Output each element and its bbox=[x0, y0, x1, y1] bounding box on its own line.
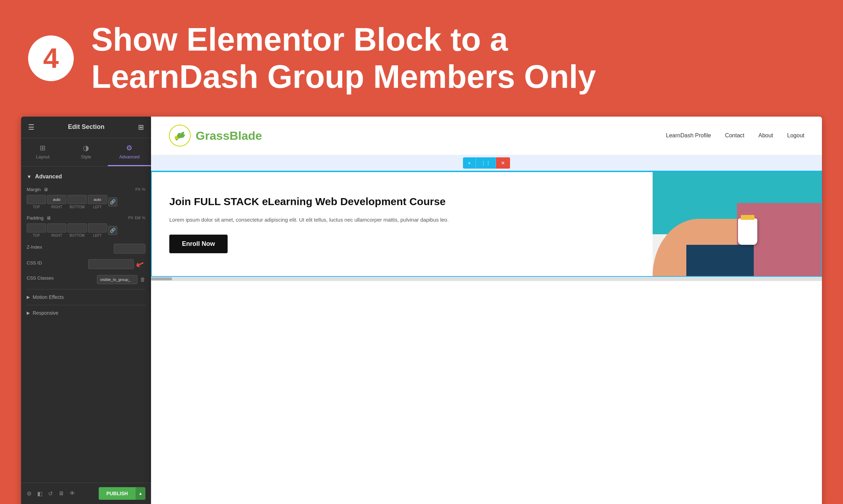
css-classes-input-wrap: 🗑 bbox=[97, 275, 145, 284]
close-btn[interactable]: ✕ bbox=[496, 157, 510, 169]
sidebar-body: ▼ Advanced Margin 🖥 PX % bbox=[21, 166, 151, 328]
red-arrow-icon: ↙ bbox=[134, 257, 146, 271]
enroll-now-button[interactable]: Enroll Now bbox=[169, 235, 228, 253]
dots-btn[interactable]: ⋮⋮ bbox=[476, 157, 496, 169]
padding-right-wrap: RIGHT bbox=[47, 223, 66, 237]
margin-left-input[interactable] bbox=[88, 195, 107, 204]
padding-units: PX EM % bbox=[128, 216, 145, 220]
hamburger-icon[interactable]: ☰ bbox=[28, 123, 34, 131]
cssid-input[interactable] bbox=[88, 259, 134, 269]
padding-field-label: Padding 🖥 PX EM % bbox=[27, 215, 145, 221]
tab-style-label: Style bbox=[81, 154, 91, 159]
publish-area: PUBLISH ▲ bbox=[99, 487, 145, 500]
trash-icon[interactable]: 🗑 bbox=[140, 276, 145, 282]
margin-unit-percent[interactable]: % bbox=[142, 187, 145, 191]
padding-top-label: TOP bbox=[27, 234, 46, 237]
site-nav: GrassBlade LearnDash Profile Contact Abo… bbox=[151, 117, 822, 155]
padding-right-input[interactable] bbox=[47, 223, 66, 233]
margin-left-wrap: LEFT bbox=[88, 195, 107, 209]
elementor-sidebar: ☰ Edit Section ⊞ ⊞ Layout ◑ Style ⚙ Adva… bbox=[21, 117, 151, 504]
margin-units: PX % bbox=[136, 187, 145, 191]
tab-layout[interactable]: ⊞ Layout bbox=[21, 138, 64, 166]
publish-button[interactable]: PUBLISH bbox=[99, 487, 136, 500]
padding-bottom-input[interactable] bbox=[67, 223, 87, 233]
view-footer-icon[interactable]: 👁 bbox=[70, 490, 75, 497]
layers-footer-icon[interactable]: ◧ bbox=[37, 490, 43, 497]
motion-effects-section[interactable]: ▶ Motion Effects bbox=[27, 289, 145, 305]
padding-unit-px[interactable]: PX bbox=[128, 216, 133, 220]
tab-advanced[interactable]: ⚙ Advanced bbox=[108, 138, 151, 166]
website-preview: GrassBlade LearnDash Profile Contact Abo… bbox=[151, 117, 822, 504]
css-classes-input[interactable] bbox=[97, 275, 137, 284]
content-title: Join FULL STACK eLearning Web Developmen… bbox=[169, 195, 635, 208]
grid-icon[interactable]: ⊞ bbox=[138, 123, 144, 131]
scrollbar-thumb bbox=[151, 277, 172, 280]
header-title: Show Elementor Block to a LearnDash Grou… bbox=[91, 21, 596, 96]
layout-tab-icon: ⊞ bbox=[40, 144, 46, 152]
content-body: Lorem ipsum dolor sit amet, consectetur … bbox=[169, 215, 635, 224]
nav-learndash[interactable]: LearnDash Profile bbox=[666, 132, 711, 139]
padding-inputs: TOP RIGHT BOTTOM LEFT 🔗 bbox=[27, 223, 145, 237]
padding-left-wrap: LEFT bbox=[88, 223, 107, 237]
header-section: 4 Show Elementor Block to a LearnDash Gr… bbox=[0, 0, 843, 110]
sidebar-panel-title: Edit Section bbox=[34, 123, 138, 131]
main-content: ☰ Edit Section ⊞ ⊞ Layout ◑ Style ⚙ Adva… bbox=[0, 110, 843, 504]
advanced-section-title: Advanced bbox=[35, 174, 62, 180]
nav-logout[interactable]: Logout bbox=[787, 132, 804, 139]
toolbar-buttons: + ⋮⋮ ✕ bbox=[463, 157, 510, 169]
padding-field-row: Padding 🖥 PX EM % TOP bbox=[27, 215, 145, 237]
responsive-label: Responsive bbox=[33, 310, 58, 316]
margin-right-input[interactable] bbox=[47, 195, 66, 204]
step-number: 4 bbox=[28, 35, 74, 81]
padding-label-text: Padding bbox=[27, 215, 44, 221]
content-section: Join FULL STACK eLearning Web Developmen… bbox=[151, 171, 822, 277]
history-footer-icon[interactable]: ↺ bbox=[48, 490, 53, 497]
margin-field-label: Margin 🖥 PX % bbox=[27, 187, 145, 192]
add-section-btn[interactable]: + bbox=[463, 157, 476, 169]
advanced-collapse-arrow[interactable]: ▼ bbox=[27, 174, 32, 179]
sidebar-footer: ⚙ ◧ ↺ 🖥 👁 PUBLISH ▲ bbox=[21, 483, 151, 504]
padding-link-icon[interactable]: 🔗 bbox=[108, 226, 117, 235]
svg-point-1 bbox=[175, 136, 178, 139]
publish-dropdown-button[interactable]: ▲ bbox=[136, 487, 145, 500]
preview-footer-icon[interactable]: 🖥 bbox=[58, 490, 64, 497]
cup-lid bbox=[741, 215, 754, 220]
responsive-section[interactable]: ▶ Responsive bbox=[27, 305, 145, 321]
margin-top-input[interactable] bbox=[27, 195, 46, 204]
padding-bottom-label: BOTTOM bbox=[67, 234, 87, 237]
content-right-image bbox=[653, 172, 821, 276]
logo-svg bbox=[169, 124, 191, 147]
margin-link-icon[interactable]: 🔗 bbox=[108, 197, 117, 207]
padding-top-wrap: TOP bbox=[27, 223, 46, 237]
padding-unit-percent[interactable]: % bbox=[142, 216, 145, 220]
nav-contact[interactable]: Contact bbox=[725, 132, 744, 139]
header-title-line1: Show Elementor Block to a bbox=[91, 21, 508, 57]
padding-top-input[interactable] bbox=[27, 223, 46, 233]
header-title-line2: LearnDash Group Members Only bbox=[91, 59, 596, 94]
zindex-input[interactable] bbox=[114, 244, 145, 254]
nav-about[interactable]: About bbox=[758, 132, 773, 139]
zindex-label: Z-Index bbox=[27, 244, 42, 250]
css-classes-label: CSS Classes bbox=[27, 275, 54, 281]
margin-inputs: TOP RIGHT BOTTOM LEFT 🔗 bbox=[27, 195, 145, 209]
padding-responsive-icon: 🖥 bbox=[46, 215, 51, 221]
margin-unit-px[interactable]: PX bbox=[136, 187, 141, 191]
site-name: GrassBlade bbox=[196, 129, 262, 143]
advanced-tab-icon: ⚙ bbox=[126, 144, 132, 152]
margin-field-row: Margin 🖥 PX % TOP RIGHT bbox=[27, 187, 145, 209]
margin-left-label: LEFT bbox=[88, 205, 107, 209]
horizontal-scrollbar[interactable] bbox=[151, 277, 822, 281]
margin-top-label: TOP bbox=[27, 205, 46, 209]
motion-effects-arrow: ▶ bbox=[27, 295, 30, 300]
padding-left-input[interactable] bbox=[88, 223, 107, 233]
margin-bottom-label: BOTTOM bbox=[67, 205, 87, 209]
settings-footer-icon[interactable]: ⚙ bbox=[27, 490, 32, 497]
cssid-label: CSS ID bbox=[27, 260, 42, 266]
tab-style[interactable]: ◑ Style bbox=[64, 138, 107, 166]
margin-responsive-icon: 🖥 bbox=[44, 187, 48, 192]
padding-left-label: LEFT bbox=[88, 234, 107, 237]
margin-bottom-input[interactable] bbox=[67, 195, 87, 204]
padding-unit-em[interactable]: EM bbox=[135, 216, 141, 220]
tab-advanced-label: Advanced bbox=[119, 154, 139, 159]
sidebar-tabs: ⊞ Layout ◑ Style ⚙ Advanced bbox=[21, 138, 151, 166]
